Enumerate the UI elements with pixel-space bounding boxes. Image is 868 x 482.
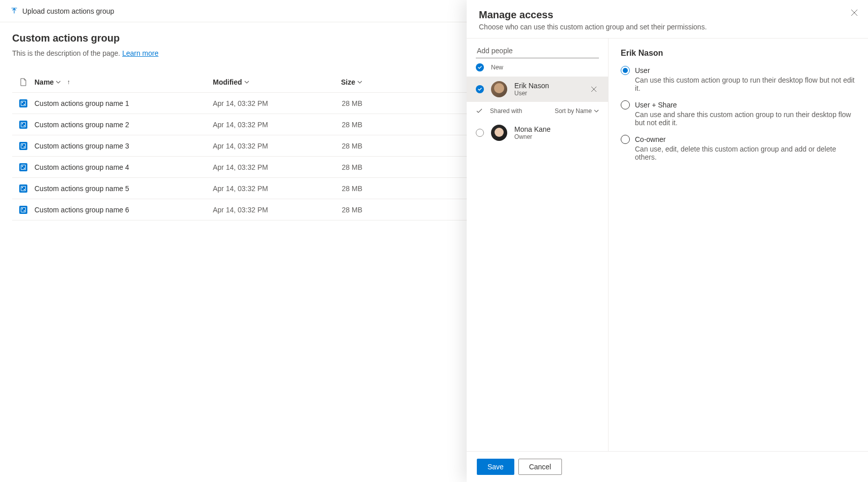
permission-label: Co-owner (635, 135, 666, 143)
row-icon-cell (12, 99, 34, 107)
person-info: Mona Kane Owner (514, 125, 599, 140)
panel-subtitle: Choose who can use this custom action gr… (479, 23, 856, 31)
row-size-cell: 28 MB (317, 206, 362, 214)
row-name-cell: Custom actions group name 3 (34, 142, 213, 150)
chevron-down-icon (244, 80, 249, 85)
chevron-down-icon (594, 108, 599, 114)
custom-actions-group-icon (19, 184, 27, 193)
sort-ascending-icon: ↑ (67, 79, 70, 86)
row-modified-cell: Apr 14, 03:32 PM (213, 163, 317, 171)
permission-option[interactable]: UserCan use this custom action group to … (621, 66, 856, 92)
checkmark-icon (476, 107, 483, 115)
row-modified-cell: Apr 14, 03:32 PM (213, 184, 317, 193)
permission-description: Can use this custom action group to run … (635, 76, 856, 92)
row-icon-cell (12, 184, 34, 193)
people-column: New Erik Nason User (467, 39, 609, 231)
manage-access-panel: Manage access Choose who can use this cu… (467, 0, 868, 231)
row-modified-cell: Apr 14, 03:32 PM (213, 142, 317, 150)
row-name-cell: Custom actions group name 4 (34, 163, 213, 171)
row-size-cell: 28 MB (317, 184, 362, 193)
file-icon (20, 78, 27, 86)
panel-body: New Erik Nason User (467, 39, 868, 231)
custom-actions-group-icon (19, 163, 27, 171)
permission-option[interactable]: Co-ownerCan use, edit, delete this custo… (621, 135, 856, 161)
upload-icon (10, 7, 18, 15)
close-panel-button[interactable] (851, 9, 858, 16)
row-modified-cell: Apr 14, 03:32 PM (213, 99, 317, 107)
row-size-cell: 28 MB (317, 142, 362, 150)
unselected-circle-icon (476, 129, 484, 137)
permission-description: Can use, edit, delete this custom action… (635, 145, 856, 161)
chevron-down-icon (357, 80, 362, 85)
row-name-cell: Custom actions group name 6 (34, 206, 213, 214)
checkmark-circle-icon (476, 85, 484, 93)
custom-actions-group-icon (19, 99, 27, 107)
learn-more-link[interactable]: Learn more (122, 49, 159, 57)
selected-person-name: Erik Nason (621, 49, 856, 58)
remove-person-button[interactable] (589, 84, 599, 94)
upload-custom-actions-button[interactable]: Upload custom actions group (10, 7, 114, 15)
person-row-erik[interactable]: Erik Nason User (467, 77, 608, 102)
avatar (491, 81, 507, 97)
avatar (491, 125, 507, 141)
column-name-header[interactable]: Name ↑ (34, 78, 213, 86)
row-icon-cell (12, 142, 34, 150)
permission-label: User (635, 66, 650, 75)
add-people-input[interactable] (476, 44, 599, 58)
column-size-header[interactable]: Size (317, 78, 362, 86)
permission-label: User + Share (635, 101, 677, 109)
close-icon (851, 9, 858, 16)
custom-actions-group-icon (19, 206, 27, 214)
person-role: User (514, 90, 582, 97)
person-name: Erik Nason (514, 82, 582, 90)
row-icon-cell (12, 206, 34, 214)
custom-actions-group-icon (19, 121, 27, 129)
radio-icon (621, 135, 630, 144)
row-size-cell: 28 MB (317, 163, 362, 171)
person-info: Erik Nason User (514, 82, 582, 97)
custom-actions-group-icon (19, 142, 27, 150)
section-shared-header: Shared with Sort by Name (467, 102, 608, 120)
row-icon-cell (12, 163, 34, 171)
row-icon-cell (12, 121, 34, 129)
row-modified-cell: Apr 14, 03:32 PM (213, 121, 317, 129)
radio-icon (621, 100, 630, 109)
upload-label: Upload custom actions group (22, 7, 114, 15)
permission-description: Can use and share this custom action gro… (635, 110, 856, 127)
person-name: Mona Kane (514, 125, 599, 133)
panel-header: Manage access Choose who can use this cu… (467, 0, 868, 39)
checkmark-circle-icon (476, 63, 484, 71)
panel-title: Manage access (479, 9, 856, 21)
row-name-cell: Custom actions group name 1 (34, 99, 213, 107)
row-size-cell: 28 MB (317, 99, 362, 107)
person-role: Owner (514, 133, 599, 140)
chevron-down-icon (56, 80, 61, 85)
sort-by-dropdown[interactable]: Sort by Name (555, 107, 599, 115)
permission-option[interactable]: User + ShareCan use and share this custo… (621, 100, 856, 127)
row-name-cell: Custom actions group name 5 (34, 184, 213, 193)
permission-details-column: Erik Nason UserCan use this custom actio… (609, 39, 868, 231)
person-row-mona[interactable]: Mona Kane Owner (467, 120, 608, 145)
radio-icon (621, 66, 630, 75)
column-icon-header (12, 78, 34, 86)
column-modified-header[interactable]: Modified (213, 78, 317, 86)
close-icon (591, 86, 597, 92)
section-new-header[interactable]: New (467, 58, 608, 77)
row-modified-cell: Apr 14, 03:32 PM (213, 206, 317, 214)
row-name-cell: Custom actions group name 2 (34, 121, 213, 129)
row-size-cell: 28 MB (317, 121, 362, 129)
